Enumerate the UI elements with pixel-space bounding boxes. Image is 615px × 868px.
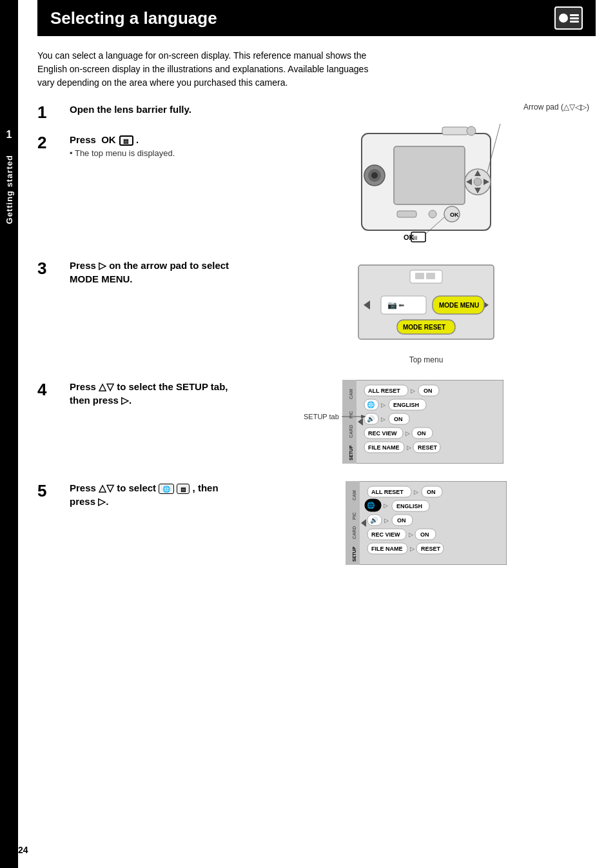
intro-text: You can select a language for on-screen … — [37, 49, 386, 90]
svg-text:SETUP: SETUP — [349, 445, 353, 460]
setup-menu-1-diagram: SETUP tab SETUP CARD PIC CAM — [257, 380, 596, 466]
step-4-text: 4 Press △▽ to select the SETUP tab, then… — [37, 380, 244, 466]
svg-text:PIC: PIC — [352, 512, 356, 520]
section-number: 1 — [6, 129, 12, 141]
svg-text:📷: 📷 — [387, 300, 397, 310]
svg-text:▷: ▷ — [381, 402, 386, 408]
title-icon — [554, 6, 583, 30]
svg-text:ALL RESET: ALL RESET — [368, 388, 400, 394]
step-5-title: Press △▽ to select 🌐 ▤ , then press ▷. — [70, 481, 244, 508]
svg-text:🔊: 🔊 — [370, 516, 378, 524]
svg-rect-25 — [426, 273, 435, 279]
step-3-title: Press ▷ on the arrow pad to select MODE … — [70, 259, 244, 286]
top-menu-diagram: 📷 ⬅ MODE MENU MODE RESET Top menu — [257, 259, 596, 364]
svg-text:ON: ON — [424, 388, 433, 394]
svg-text:▷: ▷ — [410, 546, 415, 552]
setup-tab-label: SETUP tab — [304, 413, 339, 420]
step-2-sub: The top menu is displayed. — [70, 148, 244, 158]
svg-text:▷: ▷ — [405, 430, 410, 437]
svg-rect-1 — [394, 146, 465, 204]
page-title: Selecting a language — [50, 8, 217, 28]
step-3: 3 Press ▷ on the arrow pad to select MOD… — [37, 259, 244, 286]
step-4-section: 4 Press △▽ to select the SETUP tab, then… — [37, 380, 596, 466]
step-4-content: Press △▽ to select the SETUP tab, then p… — [70, 380, 244, 407]
svg-text:▷: ▷ — [407, 444, 411, 451]
svg-text:CARD: CARD — [349, 425, 353, 438]
step-1-number: 1 — [37, 103, 57, 123]
section-label: Getting started — [5, 155, 14, 224]
svg-text:MODE MENU: MODE MENU — [439, 302, 479, 309]
svg-text:CAM: CAM — [349, 389, 353, 399]
svg-text:▷: ▷ — [414, 489, 418, 495]
step-5-section: 5 Press △▽ to select 🌐 ▤ , then press ▷. — [37, 481, 596, 565]
ok-icon: ▤ — [119, 135, 133, 146]
icon-lines — [570, 14, 579, 23]
svg-rect-24 — [415, 273, 424, 279]
setup-menu-2-diagram: SETUP CARD PIC CAM ALL RESET ▷ ON 🌐 ▷ EN… — [257, 481, 596, 565]
setup-tab-arrow-line — [342, 412, 367, 421]
svg-text:🔊: 🔊 — [367, 415, 375, 423]
svg-text:CARD: CARD — [352, 526, 356, 539]
svg-text:▷: ▷ — [381, 416, 386, 422]
icon-circle — [559, 14, 568, 23]
step-5: 5 Press △▽ to select 🌐 ▤ , then press ▷. — [37, 481, 244, 508]
svg-rect-5 — [442, 127, 468, 135]
svg-point-4 — [371, 172, 378, 179]
setup-tab-label-container: SETUP tab — [304, 412, 367, 421]
svg-text:▷: ▷ — [384, 502, 388, 509]
svg-text:ON: ON — [397, 517, 406, 524]
setup-menu-svg-2: SETUP CARD PIC CAM ALL RESET ▷ ON 🌐 ▷ EN… — [346, 481, 507, 565]
step-1: 1 Open the lens barrier fully. — [37, 103, 244, 123]
svg-point-20 — [429, 210, 436, 218]
svg-text:ENGLISH: ENGLISH — [396, 503, 422, 509]
svg-text:▷: ▷ — [411, 388, 415, 394]
svg-point-6 — [467, 126, 476, 135]
step-1-content: Open the lens barrier fully. — [70, 103, 244, 116]
camera-diagram-section: Arrow pad (△▽◁▷) — [257, 103, 596, 243]
svg-text:▤: ▤ — [413, 235, 418, 241]
main-content: Selecting a language You can select a la… — [18, 0, 615, 606]
globe-icon: 🌐 — [159, 484, 174, 494]
step-5-text: 5 Press △▽ to select 🌐 ▤ , then press ▷. — [37, 481, 244, 565]
step-1-title: Open the lens barrier fully. — [70, 103, 244, 116]
setup-menu-1-container: SETUP tab SETUP CARD PIC CAM — [342, 380, 510, 466]
svg-text:REC VIEW: REC VIEW — [371, 531, 400, 538]
camera-illustration: OK OK ▤ — [342, 114, 510, 243]
svg-text:REC VIEW: REC VIEW — [368, 430, 397, 437]
top-menu-illustration: 📷 ⬅ MODE MENU MODE RESET — [346, 259, 507, 355]
svg-text:▷: ▷ — [409, 531, 413, 538]
sidebar: 1 Getting started — [0, 0, 18, 868]
svg-text:OK: OK — [450, 212, 459, 218]
page-number: 24 — [18, 845, 28, 855]
svg-text:▷: ▷ — [384, 517, 389, 524]
svg-text:CAM: CAM — [352, 490, 356, 500]
svg-text:🌐: 🌐 — [367, 501, 375, 509]
svg-text:RESET: RESET — [418, 444, 438, 451]
svg-rect-21 — [397, 211, 416, 217]
step-2-content: Press OK ▤ . The top menu is displayed. — [70, 133, 244, 158]
step-2-title: Press OK ▤ . — [70, 133, 244, 146]
svg-text:FILE NAME: FILE NAME — [368, 444, 400, 451]
step-2: 2 Press OK ▤ . The top menu is displayed… — [37, 133, 244, 158]
setup-menu-svg-1: SETUP CARD PIC CAM ALL RESET ▷ ON 🌐 — [342, 380, 503, 464]
svg-text:FILE NAME: FILE NAME — [371, 546, 403, 552]
step-4: 4 Press △▽ to select the SETUP tab, then… — [37, 380, 244, 407]
top-menu-label: Top menu — [409, 355, 444, 364]
svg-point-12 — [474, 178, 482, 186]
svg-text:⬅: ⬅ — [398, 301, 404, 309]
svg-text:ENGLISH: ENGLISH — [393, 402, 419, 408]
svg-text:ON: ON — [420, 531, 429, 538]
step-2-number: 2 — [37, 133, 57, 153]
svg-text:ALL RESET: ALL RESET — [371, 489, 404, 495]
steps-1-2-text: 1 Open the lens barrier fully. 2 Press O… — [37, 103, 244, 243]
title-bar: Selecting a language — [37, 0, 596, 36]
svg-text:ON: ON — [417, 430, 426, 437]
step-3-section: 3 Press ▷ on the arrow pad to select MOD… — [37, 259, 596, 364]
step-3-content: Press ▷ on the arrow pad to select MODE … — [70, 259, 244, 286]
svg-marker-36 — [361, 415, 366, 419]
arrow-pad-label: Arrow pad (△▽◁▷) — [523, 103, 589, 112]
step-4-number: 4 — [37, 380, 57, 400]
svg-text:MODE RESET: MODE RESET — [403, 324, 445, 331]
step-4-title: Press △▽ to select the SETUP tab, then p… — [70, 380, 244, 407]
svg-text:🌐: 🌐 — [367, 400, 375, 409]
